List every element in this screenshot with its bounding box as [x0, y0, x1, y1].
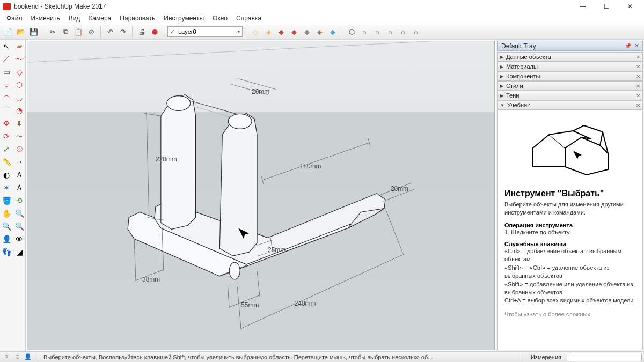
text-tool-icon[interactable]: Ａ [13, 168, 26, 181]
look-around-icon[interactable]: 👁 [13, 233, 26, 246]
viewport-3d[interactable]: 20mm 220mm 180mm 20mm 25mm 55mm 38mm 240… [27, 41, 495, 350]
scale-tool-icon[interactable]: ⤢ [0, 143, 13, 156]
geo-icon[interactable]: ⊙ [13, 353, 21, 361]
style-mono-icon[interactable]: ◆ [301, 26, 313, 38]
paste-icon[interactable]: 📋 [72, 26, 84, 38]
close-button[interactable]: ✕ [618, 0, 642, 13]
zoom-tool-icon[interactable]: 🔍 [13, 207, 26, 220]
rotate-tool-icon[interactable]: ⟳ [0, 130, 13, 143]
view-back-icon[interactable]: ⌂ [397, 26, 409, 38]
style-back-icon[interactable]: ◆ [327, 26, 339, 38]
polygon-tool-icon[interactable]: ⬡ [13, 78, 26, 91]
undo-icon[interactable]: ↶ [104, 26, 116, 38]
pie-tool-icon[interactable]: ◔ [13, 104, 26, 117]
rot-rect-tool-icon[interactable]: ◇ [13, 65, 26, 78]
dimension-tool-icon[interactable]: ↔ [13, 156, 26, 168]
tray-close-icon[interactable]: ✕ [634, 42, 639, 49]
panel-close-icon[interactable]: ✕ [636, 93, 640, 99]
view-iso-icon[interactable]: ⬡ [346, 26, 357, 38]
panel-close-icon[interactable]: ✕ [636, 64, 640, 70]
save-file-icon[interactable]: 💾 [28, 26, 40, 38]
followme-tool-icon[interactable]: ⤳ [13, 130, 26, 143]
offset-tool-icon[interactable]: ⦾ [13, 143, 26, 156]
panel-materials[interactable]: ▶Материалы✕ [497, 62, 643, 71]
panel-close-icon[interactable]: ✕ [636, 102, 640, 108]
menu-edit[interactable]: Изменить [27, 13, 64, 23]
instructor-more: Чтобы узнать о более сложных [504, 311, 636, 319]
svg-text:220mm: 220mm [156, 156, 177, 163]
rectangle-tool-icon[interactable]: ▭ [0, 65, 13, 78]
orbit-tool-icon[interactable]: ⟲ [13, 194, 26, 207]
new-file-icon[interactable]: 📄 [2, 26, 14, 38]
section-tool-icon[interactable]: ◪ [13, 246, 26, 258]
layer-dropdown[interactable]: ✓ Layer0 ▾ [167, 26, 243, 37]
copy-icon[interactable]: ⧉ [60, 26, 71, 38]
arc2-tool-icon[interactable]: ◡ [13, 91, 26, 104]
open-file-icon[interactable]: 📂 [15, 26, 27, 38]
circle-tool-icon[interactable]: ○ [0, 78, 13, 91]
line-tool-icon[interactable]: ／ [0, 53, 13, 65]
view-front-icon[interactable]: ⌂ [371, 26, 383, 38]
style-shaded-icon[interactable]: ◆ [275, 26, 287, 38]
zoom-extents-icon[interactable]: 🔍 [13, 220, 26, 233]
minimize-button[interactable]: — [571, 0, 595, 13]
menu-camera[interactable]: Камера [84, 13, 115, 23]
panel-styles[interactable]: ▶Стили✕ [497, 81, 643, 91]
walk-tool-icon[interactable]: 👣 [0, 246, 13, 258]
panel-entity-info[interactable]: ▶Данные объекта✕ [497, 52, 643, 62]
select-tool-icon[interactable]: ↖ [0, 40, 13, 53]
pin-icon[interactable]: 📌 [625, 43, 631, 49]
person-icon[interactable]: 👤 [24, 353, 32, 361]
position-camera-icon[interactable]: 👤 [0, 233, 13, 246]
menu-tools[interactable]: Инструменты [159, 13, 208, 23]
svg-line-18 [257, 271, 260, 297]
pushpull-tool-icon[interactable]: ⬍ [13, 117, 26, 130]
menu-file[interactable]: Файл [2, 13, 27, 23]
panel-components[interactable]: ▶Компоненты✕ [497, 71, 643, 81]
model-drawing: 20mm 220mm 180mm 20mm 25mm 55mm 38mm 240… [27, 41, 494, 345]
delete-icon[interactable]: ⊘ [85, 26, 97, 38]
status-bar: ? ⊙ 👤 Выберите объекты. Воспользуйтесь к… [0, 351, 644, 362]
menu-help[interactable]: Справка [232, 13, 266, 23]
view-top-icon[interactable]: ⌂ [358, 26, 370, 38]
view-right-icon[interactable]: ⌂ [384, 26, 396, 38]
instructor-illustration [522, 121, 619, 180]
freehand-tool-icon[interactable]: 〰 [13, 53, 26, 65]
menu-draw[interactable]: Нарисовать [115, 13, 159, 23]
cut-icon[interactable]: ✂ [47, 26, 58, 38]
panel-close-icon[interactable]: ✕ [636, 54, 640, 60]
protractor-tool-icon[interactable]: ◐ [0, 168, 13, 181]
panel-close-icon[interactable]: ✕ [636, 83, 640, 89]
eraser-tool-icon[interactable]: ▰ [13, 40, 26, 53]
pan-tool-icon[interactable]: ✋ [0, 207, 13, 220]
tape-tool-icon[interactable]: 📏 [0, 156, 13, 168]
zoom-window-icon[interactable]: 🔍 [0, 220, 13, 233]
maximize-button[interactable]: ☐ [595, 0, 618, 13]
style-xray-icon[interactable]: ◈ [314, 26, 326, 38]
panel-shadows[interactable]: ▶Тени✕ [497, 91, 643, 100]
redo-icon[interactable]: ↷ [117, 26, 129, 38]
left-toolbar: ↖▰ ／〰 ▭◇ ○⬡ ◠◡ ⌒◔ ✥⬍ ⟳⤳ ⤢⦾ 📏↔ ◐Ａ ✶Ａ 🪣⟲ ✋… [0, 40, 26, 351]
move-tool-icon[interactable]: ✥ [0, 117, 13, 130]
3dtext-tool-icon[interactable]: Ａ [13, 181, 26, 194]
menu-view[interactable]: Вид [64, 13, 85, 23]
paint-tool-icon[interactable]: 🪣 [0, 194, 13, 207]
style-hidden-icon[interactable]: ◈ [262, 26, 274, 38]
axes-tool-icon[interactable]: ✶ [0, 181, 13, 194]
panel-instructor[interactable]: ▼Учебник✕ [497, 100, 643, 110]
help-icon[interactable]: ? [2, 353, 11, 361]
print-icon[interactable]: 🖨 [136, 26, 148, 38]
view-left-icon[interactable]: ⌂ [410, 26, 422, 38]
arc3-tool-icon[interactable]: ⌒ [0, 104, 13, 117]
model-info-icon[interactable]: ⬢ [149, 26, 160, 38]
tray-title-bar[interactable]: Default Tray 📌 ✕ [497, 41, 643, 51]
svg-text:20mm: 20mm [391, 185, 408, 193]
svg-point-3 [228, 114, 252, 129]
style-wireframe-icon[interactable]: ◇ [250, 26, 261, 38]
style-shaded-tex-icon[interactable]: ◆ [288, 26, 300, 38]
arc-tool-icon[interactable]: ◠ [0, 91, 13, 104]
measurements-input[interactable] [567, 353, 642, 361]
svg-line-9 [262, 143, 369, 180]
menu-window[interactable]: Окно [208, 13, 232, 23]
panel-close-icon[interactable]: ✕ [636, 73, 640, 79]
